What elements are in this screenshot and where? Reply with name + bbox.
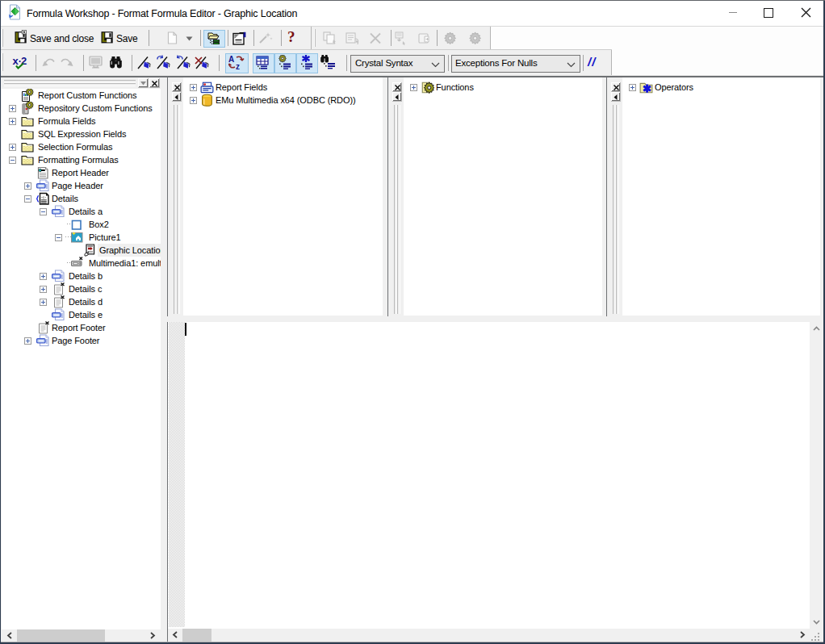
svg-text:x: x bbox=[13, 55, 19, 67]
svg-text:A: A bbox=[228, 55, 234, 64]
svg-text:z: z bbox=[236, 62, 240, 70]
